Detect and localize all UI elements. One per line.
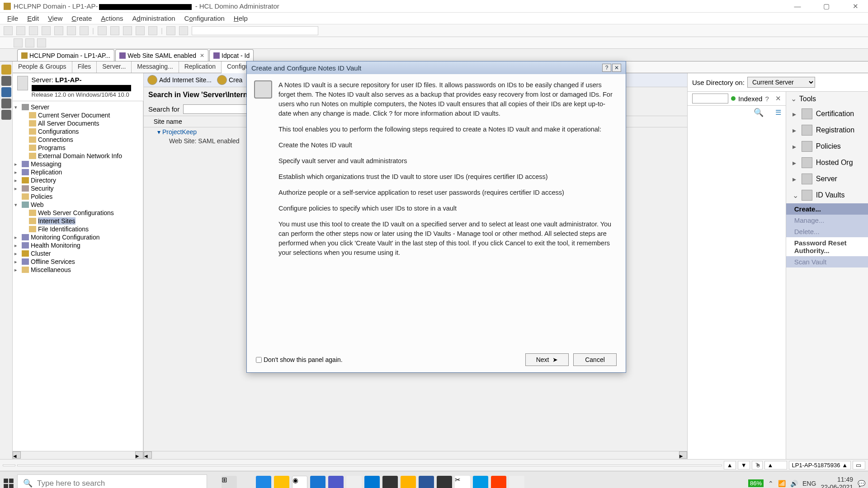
indexed-combo[interactable]: [692, 94, 728, 103]
menu-edit[interactable]: Edit: [24, 14, 42, 23]
tree-hscroll[interactable]: ◂▸: [13, 451, 143, 459]
subtab-people-groups[interactable]: People & Groups: [13, 61, 72, 73]
close-button[interactable]: ✕: [846, 2, 864, 10]
tool-hosted-org[interactable]: ▸Hosted Org: [786, 155, 868, 171]
tree-health-monitoring[interactable]: ▸Health Monitoring: [13, 241, 143, 249]
start-button[interactable]: [3, 478, 14, 488]
taskbar-photos[interactable]: [473, 476, 488, 488]
toolbar-btn[interactable]: [136, 26, 145, 35]
taskbar-search[interactable]: 🔍 Type here to search: [17, 474, 207, 488]
taskbar-app[interactable]: [310, 476, 326, 488]
doc-tab-idpcat[interactable]: Idpcat - Id: [209, 49, 254, 61]
vstrip-icon[interactable]: [1, 65, 11, 75]
tree-policies[interactable]: Policies: [13, 192, 143, 201]
toolbar-btn[interactable]: [67, 26, 76, 35]
toolbar-btn[interactable]: [29, 26, 38, 35]
tree-monitoring-config[interactable]: ▸Monitoring Configuration: [13, 233, 143, 241]
toolbar-btn[interactable]: [37, 38, 46, 47]
volume-icon[interactable]: 🔊: [790, 480, 798, 487]
action-create[interactable]: Crea: [217, 75, 242, 85]
tree-ext-domain-net[interactable]: External Domain Network Info: [13, 152, 143, 160]
tool-registration[interactable]: ▸Registration: [786, 122, 868, 138]
tree-security[interactable]: ▸Security: [13, 184, 143, 192]
taskbar-app[interactable]: [346, 476, 362, 488]
search-icon[interactable]: [166, 26, 175, 35]
status-nav[interactable]: ▲: [724, 461, 736, 469]
tree-offline-services[interactable]: ▸Offline Services: [13, 258, 143, 266]
toolbar-btn[interactable]: [14, 38, 23, 47]
taskbar-edge[interactable]: [256, 476, 271, 488]
taskbar-app[interactable]: [509, 476, 524, 488]
toolbar-btn[interactable]: [42, 26, 51, 35]
status-nav[interactable]: ▼: [738, 461, 750, 469]
menu-administration[interactable]: Administration: [129, 14, 179, 23]
toolbar-btn[interactable]: [4, 26, 13, 35]
tools-header[interactable]: ⌄Tools: [786, 92, 868, 106]
toolbar-btn[interactable]: [80, 26, 89, 35]
tree-internet-sites[interactable]: Internet Sites: [13, 217, 143, 225]
taskbar-clock[interactable]: 11:49 22-06-2021: [821, 476, 853, 488]
dialog-help-button[interactable]: ?: [602, 64, 611, 72]
idvault-manage[interactable]: Manage...: [786, 215, 868, 226]
vstrip-icon[interactable]: [1, 76, 11, 86]
toolbar-btn[interactable]: [25, 38, 34, 47]
menu-configuration[interactable]: Configuration: [181, 14, 228, 23]
tree-replication[interactable]: ▸Replication: [13, 168, 143, 176]
search-icon[interactable]: [179, 26, 188, 35]
tree-server[interactable]: ▾Server: [13, 103, 143, 111]
tool-policies[interactable]: ▸Policies: [786, 138, 868, 155]
subtab-messaging[interactable]: Messaging...: [132, 61, 179, 73]
next-button[interactable]: Next ➤: [525, 353, 569, 366]
tree-file-identifications[interactable]: File Identifications: [13, 225, 143, 233]
tool-id-vaults[interactable]: ⌄ID Vaults: [786, 187, 868, 203]
toolbar-btn[interactable]: [98, 26, 107, 35]
subtab-replication[interactable]: Replication: [179, 61, 222, 73]
close-icon[interactable]: ✕: [775, 94, 781, 103]
tree-current-server-doc[interactable]: Current Server Document: [13, 111, 143, 119]
action-add-internet-site[interactable]: Add Internet Site...: [147, 75, 212, 85]
tree-web-server-config[interactable]: Web Server Configurations: [13, 209, 143, 217]
tray-chevron-icon[interactable]: ⌃: [768, 480, 774, 487]
subtab-server[interactable]: Server...: [97, 61, 132, 73]
tree-all-server-docs[interactable]: All Server Documents: [13, 119, 143, 127]
subtab-files[interactable]: Files: [72, 61, 97, 73]
cancel-button[interactable]: Cancel: [573, 353, 617, 366]
menu-actions[interactable]: Actions: [97, 14, 127, 23]
taskbar-word[interactable]: [419, 476, 434, 488]
taskbar-mail[interactable]: [364, 476, 380, 488]
view-hscroll[interactable]: ◂▸: [144, 451, 687, 459]
menu-view[interactable]: View: [44, 14, 66, 23]
tree-programs[interactable]: Programs: [13, 144, 143, 152]
help-icon[interactable]: ?: [765, 95, 769, 103]
taskbar-app[interactable]: [401, 476, 416, 488]
directory-select[interactable]: Current Server: [747, 77, 815, 88]
tree-cluster[interactable]: ▸Cluster: [13, 249, 143, 258]
taskbar-chrome[interactable]: ◉: [292, 476, 307, 488]
taskbar-teams[interactable]: [328, 476, 344, 488]
dialog-close-button[interactable]: ✕: [612, 64, 621, 72]
idvault-password-reset[interactable]: Password Reset Authority...: [786, 237, 868, 256]
taskbar-store[interactable]: [382, 476, 398, 488]
menu-help[interactable]: Help: [230, 14, 251, 23]
doc-tab-domain[interactable]: HCLPNP Domain - LP1-AP...: [17, 49, 114, 61]
close-icon[interactable]: ✕: [200, 52, 204, 59]
battery-indicator[interactable]: 86%: [748, 479, 764, 487]
tool-server[interactable]: ▸Server: [786, 171, 868, 187]
tool-certification[interactable]: ▸Certification: [786, 106, 868, 122]
search-icon[interactable]: 🔍: [754, 108, 764, 117]
task-view-icon[interactable]: ⊞: [222, 476, 237, 488]
vstrip-icon[interactable]: [1, 99, 11, 108]
tree-configurations[interactable]: Configurations: [13, 127, 143, 136]
taskbar-app[interactable]: [491, 476, 506, 488]
notifications-icon[interactable]: 💬: [858, 480, 865, 487]
maximize-button[interactable]: ▢: [817, 2, 835, 10]
idvault-create[interactable]: Create...: [786, 203, 868, 215]
tree-messaging[interactable]: ▸Messaging: [13, 160, 143, 168]
dont-show-checkbox[interactable]: Don't show this panel again.: [256, 356, 343, 363]
toolbar-btn[interactable]: [110, 26, 119, 35]
toolbar-search-input[interactable]: [192, 26, 318, 35]
doc-tab-website[interactable]: Web Site SAML enabled ✕: [115, 49, 208, 61]
toolbar-btn[interactable]: [123, 26, 132, 35]
taskbar-snip[interactable]: ✂: [455, 476, 470, 488]
menu-create[interactable]: Create: [68, 14, 95, 23]
